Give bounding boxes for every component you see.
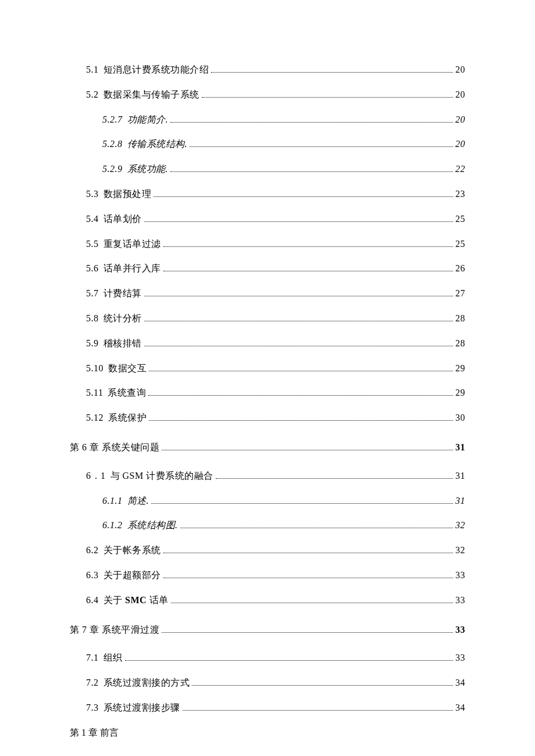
toc-entry-number: 7.2	[86, 677, 99, 689]
toc-entry: 6.1.2系统结构图.32	[102, 519, 465, 532]
toc-entry-title: 关于帐务系统	[104, 544, 161, 557]
toc-entry-title: 短消息计费系统功能介绍	[104, 64, 209, 76]
toc-entry-page: 34	[455, 677, 465, 689]
toc-entry-title: 关于 SMC 话单	[104, 594, 169, 607]
toc-entry: 5.4话单划价25	[86, 213, 465, 225]
toc-entry-number: 5.3	[86, 188, 99, 200]
toc-entry: 5.2.9系统功能.22	[102, 163, 465, 175]
toc-entry: 6.3关于超额部分33	[86, 569, 465, 582]
toc-leader	[190, 146, 453, 147]
toc-entry-title: 第 6 章 系统关键问题	[70, 442, 159, 454]
toc-entry-page: 31	[455, 470, 465, 482]
toc-entry: 第 7 章 系统平滑过渡33	[70, 624, 465, 636]
toc-entry-title: 重复话单过滤	[104, 238, 161, 250]
toc-leader	[163, 578, 454, 578]
toc-leader	[151, 503, 453, 504]
toc-leader	[183, 710, 454, 711]
toc-leader	[149, 420, 453, 421]
toc-entry: 7.3系统过渡割接步骤34	[86, 702, 465, 714]
toc-entry-number: 5.9	[86, 338, 99, 350]
toc-entry-number: 5.6	[86, 263, 99, 275]
toc-entry-number: 6.1.1	[102, 495, 123, 507]
toc-entry-number: 5.2.9	[102, 163, 123, 175]
toc-entry-number: 6.2	[86, 544, 99, 557]
toc-entry: 5.5重复话单过滤25	[86, 238, 465, 250]
toc-entry: 第 6 章 系统关键问题31	[70, 442, 465, 454]
toc-entry-page: 33	[455, 624, 465, 636]
toc-leader	[170, 122, 453, 123]
toc-entry: 5.7计费结算27	[86, 288, 465, 300]
toc-entry-title: 与 GSM 计费系统的融合	[110, 470, 213, 482]
toc-leader	[148, 395, 453, 396]
toc-entry-number: 5.8	[86, 313, 99, 325]
toc-entry: 7.2系统过渡割接的方式34	[86, 677, 465, 689]
toc-entry-page: 31	[455, 495, 465, 507]
toc-entry-number: 5.7	[86, 288, 99, 300]
toc-entry-title: 话单划价	[104, 213, 142, 225]
toc-entry-title: 组织	[104, 652, 123, 664]
toc-entry: 5.1短消息计费系统功能介绍20	[86, 64, 465, 76]
toc-leader	[171, 603, 453, 603]
toc-entry: 5.2数据采集与传输子系统20	[86, 89, 465, 101]
toc-entry-page: 25	[455, 213, 465, 225]
toc-entry-page: 23	[455, 188, 465, 200]
toc-entry-page: 20	[455, 89, 465, 101]
toc-leader	[162, 450, 453, 450]
toc-entry-number: 7.1	[86, 652, 99, 664]
toc-entry: 5.11系统查询29	[86, 387, 465, 399]
toc-entry-title: 简述.	[127, 495, 149, 507]
toc-entry-page: 20	[455, 114, 465, 126]
toc-entry: 5.9稽核排错28	[86, 338, 465, 350]
toc-leader	[162, 632, 453, 633]
toc-entry-title: 系统功能.	[127, 163, 169, 175]
toc-entry-title: 系统保护	[108, 412, 147, 424]
toc-entry-title: 第 7 章 系统平滑过渡	[70, 624, 159, 636]
toc-entry-page: 27	[455, 288, 465, 300]
toc-entry: 6.1.1简述.31	[102, 495, 465, 507]
toc-entry-number: 7.3	[86, 702, 99, 714]
toc-entry-page: 26	[455, 263, 465, 275]
toc-entry-page: 20	[455, 64, 465, 76]
toc-entry-page: 25	[455, 238, 465, 250]
toc-entry-page: 29	[455, 363, 465, 375]
toc-leader	[180, 528, 454, 528]
toc-entry-title: 传输系统结构.	[127, 138, 188, 151]
toc-leader	[163, 246, 454, 247]
toc-leader	[125, 660, 454, 661]
toc-entry-page: 31	[455, 442, 465, 454]
toc-entry-page: 20	[455, 138, 465, 151]
toc-entry-page: 28	[455, 313, 465, 325]
toc-entry-title: 系统过渡割接步骤	[104, 702, 180, 714]
toc-entry-page: 32	[455, 544, 465, 557]
toc-entry-page: 33	[455, 652, 465, 664]
toc-entry: 5.8统计分析28	[86, 313, 465, 325]
toc-entry-number: 5.10	[86, 363, 104, 375]
toc-entry-number: 6.3	[86, 569, 99, 582]
toc-entry-title: 数据采集与传输子系统	[104, 89, 199, 101]
toc-entry-number: 5.2.7	[102, 114, 123, 126]
toc-entry-title: 系统结构图.	[127, 519, 178, 532]
toc-leader	[192, 685, 453, 686]
toc-entry-page: 33	[455, 594, 465, 607]
toc-leader	[170, 171, 453, 172]
toc-entry-number: 6.1.2	[102, 519, 123, 532]
toc-leader	[144, 346, 454, 346]
toc-entry-number: 5.2	[86, 89, 99, 101]
document-page: 5.1短消息计费系统功能介绍205.2数据采集与传输子系统205.2.7功能简介…	[0, 0, 535, 756]
toc-entry: 6.4关于 SMC 话单33	[86, 594, 465, 607]
toc-entry-title: 系统查询	[108, 387, 146, 399]
toc-entry: 5.6话单并行入库26	[86, 263, 465, 275]
toc-leader	[144, 221, 454, 222]
toc-leader	[202, 97, 454, 98]
toc-leader	[149, 371, 453, 371]
toc-entry-number: 5.12	[86, 412, 104, 424]
toc-leader	[163, 271, 454, 271]
toc-entry-number: 5.11	[86, 387, 103, 399]
toc-leader	[144, 296, 454, 296]
toc-entry-page: 30	[455, 412, 465, 424]
toc-entry-number: 5.2.8	[102, 138, 123, 151]
toc-leader	[154, 196, 453, 197]
toc-entry-page: 29	[455, 387, 465, 399]
toc-entry-number: 6.4	[86, 594, 99, 607]
toc-entry-page: 28	[455, 338, 465, 350]
